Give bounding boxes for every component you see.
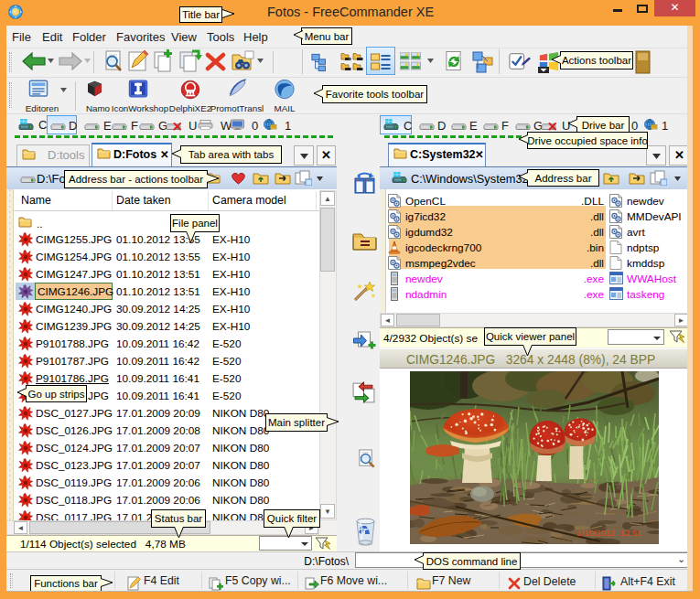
svg-text:1/10/2012 13:51: 1/10/2012 13:51 bbox=[576, 528, 641, 538]
